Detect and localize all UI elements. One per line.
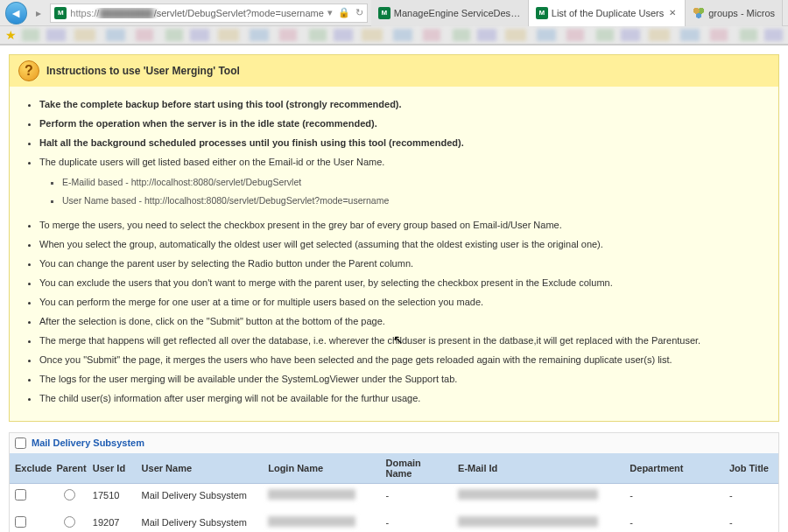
cell-dept: - [624,483,724,509]
back-button[interactable]: ◄ [5,2,27,24]
instruction-item: When you select the group, automatically… [39,235,766,255]
cell-job: - [724,483,778,509]
instructions-panel: ? Instructions to use 'User Merging' Too… [9,54,779,422]
instruction-item: Halt all the background scheduled proces… [39,134,766,153]
cell-login [263,509,380,532]
cell-job: - [724,509,778,532]
instructions-body: Take the complete backup before start us… [10,87,778,421]
browser-tab[interactable]: groups - Micros [686,0,783,26]
instruction-item: You can perform the merge for one user a… [39,293,766,312]
instructions-title: Instructions to use 'User Merging' Tool [46,65,240,77]
group-header: Mail Delivery Subsystem [10,433,778,453]
site-icon: M [54,7,67,19]
group-title: Mail Delivery Subsystem [32,438,144,448]
cell-dept: - [624,509,724,532]
col-userid-header: User Id [88,453,137,484]
instruction-item: Perform the operation when the server is… [39,115,766,134]
parent-radio[interactable] [64,516,75,528]
instruction-item: The merge that happens will get reflecte… [39,332,766,351]
cell-username: Mail Delivery Subsystem [137,509,264,532]
col-job-header: Job Title [724,453,778,484]
bookmarks-bar: ★ [0,26,788,44]
users-table: ExcludeParentUser IdUser NameLogin NameD… [10,453,778,532]
dropdown-icon[interactable]: ▾ [327,7,333,18]
refresh-icon[interactable]: ↻ [355,7,363,18]
col-login-header: Login Name [263,453,380,484]
tab-strip: MManageEngine ServiceDesk ...MList of th… [371,0,783,26]
browser-tab[interactable]: MList of the Duplicate Users✕ [529,0,686,26]
url-text: https://████████/servlet/DebugServlet?mo… [70,8,324,18]
redacted-text [268,516,355,527]
group-select-checkbox[interactable] [15,438,26,449]
exclude-checkbox[interactable] [15,489,26,500]
instruction-item: You can exclude the users that you don't… [39,274,766,293]
address-bar[interactable]: M https://████████/servlet/DebugServlet?… [50,4,368,23]
favorites-icon[interactable]: ★ [5,29,17,41]
col-dept-header: Department [624,453,724,484]
tab-close-icon[interactable]: ✕ [667,8,678,18]
help-icon: ? [18,60,39,81]
cell-login [263,483,380,509]
instruction-item: After the selection is done, click on th… [39,312,766,332]
lock-icon: 🔒 [338,7,350,18]
col-email-header: E-Mail Id [453,453,624,484]
groups-container: Mail Delivery SubsystemExcludeParentUser… [9,432,779,532]
browser-chrome: ◄ ▸ M https://████████/servlet/DebugServ… [0,0,788,45]
instruction-item: You can change the parent user by select… [39,255,766,274]
col-domain-header: Domain Name [380,453,453,484]
tab-site-icon: M [378,7,390,19]
tab-label: ManageEngine ServiceDesk ... [394,8,521,18]
instruction-item: Once you "Submit" the page, it merges th… [39,351,766,370]
cell-domain: - [380,509,453,532]
table-row: 17510Mail Delivery Subsystem--- [10,483,778,509]
tab-site-icon: M [536,7,548,19]
exclude-checkbox[interactable] [15,516,26,528]
instructions-list: Take the complete backup before start us… [22,95,766,409]
tab-label: groups - Micros [708,8,775,18]
instruction-item: To merge the users, you need to select t… [39,216,766,235]
instruction-sublist: E-Mailid based - http://localhost:8080/s… [39,173,766,210]
instruction-item: The logs for the user merging will be av… [39,370,766,389]
cell-email [453,509,624,532]
col-parent-header: Parent [52,453,88,484]
tab-group-icon [693,7,705,19]
cell-email [453,483,624,509]
redacted-text [458,489,598,500]
browser-tab[interactable]: MManageEngine ServiceDesk ... [371,0,529,26]
instruction-subitem: User Name based - http://localhost:8080/… [62,192,766,210]
col-username-header: User Name [137,453,264,484]
parent-radio[interactable] [64,489,75,500]
page-content: ? Instructions to use 'User Merging' Too… [0,45,788,532]
col-exclude-header: Exclude [10,453,52,484]
bookmarks-blurred [22,29,783,41]
cell-userid: 19207 [88,509,137,532]
table-row: 19207Mail Delivery Subsystem--- [10,509,778,532]
tab-label: List of the Duplicate Users [552,8,664,18]
cell-userid: 17510 [88,483,137,509]
cell-domain: - [380,483,453,509]
url-right-controls: ▾ 🔒 ↻ [327,7,363,18]
instruction-item: Take the complete backup before start us… [39,95,766,115]
instructions-header: ? Instructions to use 'User Merging' Too… [10,55,778,87]
redacted-text [458,516,598,527]
instruction-item: The duplicate users will get listed base… [39,153,766,216]
instruction-item: The child user(s) information after user… [39,389,766,409]
cell-username: Mail Delivery Subsystem [137,483,264,509]
redacted-text [268,489,355,500]
nav-toolbar: ◄ ▸ M https://████████/servlet/DebugServ… [0,0,788,26]
forward-button[interactable]: ▸ [31,4,47,22]
user-group: Mail Delivery SubsystemExcludeParentUser… [9,432,779,532]
instruction-subitem: E-Mailid based - http://localhost:8080/s… [62,173,766,192]
